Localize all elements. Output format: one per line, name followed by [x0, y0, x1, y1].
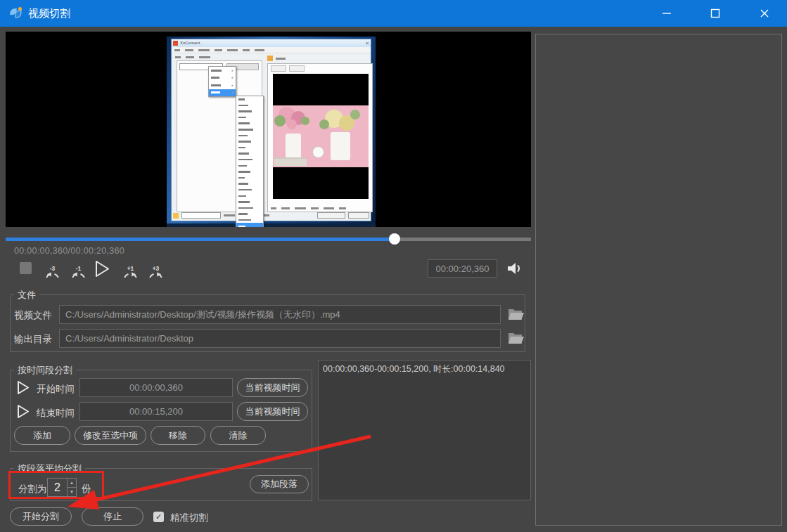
precise-cut-label: 精准切割 — [170, 512, 208, 524]
seek-start-icon[interactable] — [17, 380, 30, 398]
add-button[interactable]: 添加 — [14, 426, 70, 445]
maximize-button[interactable] — [699, 0, 731, 27]
vase — [286, 134, 301, 159]
start-current-time-label: 当前视频时间 — [245, 382, 300, 394]
flower-blob — [287, 119, 297, 129]
precise-checkbox[interactable] — [153, 512, 164, 522]
inner-menu-item — [236, 175, 263, 181]
inner-text-blob — [324, 207, 334, 209]
inner-menu-item — [236, 103, 263, 109]
inner-preview-toolbar — [271, 207, 351, 209]
inner-text-blob — [224, 214, 235, 216]
seek-back-1-button[interactable]: -1 — [69, 259, 88, 280]
end-time-label: 结束时间 — [37, 407, 75, 420]
inner-menu-item — [236, 193, 263, 200]
inner-menu-item: ▸ — [209, 82, 236, 89]
seek-forward-1-button[interactable]: +1 — [121, 259, 140, 280]
leaf-blob — [319, 119, 329, 129]
minimize-button[interactable] — [651, 0, 683, 27]
clear-button[interactable]: 清除 — [210, 426, 266, 445]
leaf-blob — [301, 117, 309, 125]
inner-menu-item — [236, 150, 263, 157]
inner-text-blob — [243, 49, 250, 51]
start-current-time-button[interactable]: 当前视频时间 — [237, 378, 308, 397]
seek-back-3-button[interactable]: -3 — [43, 259, 62, 280]
browse-video-folder-icon[interactable] — [507, 307, 525, 325]
inner-menu-item — [236, 133, 263, 139]
svg-text:-1: -1 — [76, 265, 82, 272]
inner-text-blob — [199, 56, 210, 58]
seek-forward-3-button[interactable]: +3 — [146, 259, 165, 280]
add-segment-button[interactable]: 添加段落 — [250, 475, 309, 493]
inner-menu-item — [236, 96, 263, 103]
inner-app-icon — [173, 41, 178, 46]
inner-text-blob — [339, 207, 346, 209]
time-split-group-title: 按时间段分割 — [14, 364, 76, 376]
inner-menu-item — [236, 211, 263, 217]
inner-text-blob — [311, 207, 319, 209]
seek-end-icon[interactable] — [17, 404, 30, 422]
clear-button-label: 清除 — [229, 429, 248, 442]
inner-menu-item — [236, 163, 263, 169]
flower-photo — [273, 105, 369, 167]
inner-menu-item — [236, 187, 263, 193]
video-preview-area[interactable]: XnConvert ✕ ▸ ▸ ▸ ▸ — [6, 32, 531, 227]
inner-app-window: XnConvert ✕ ▸ ▸ ▸ ▸ — [171, 39, 371, 221]
leaf-blob — [274, 115, 286, 126]
window-title: 视频切割 — [28, 0, 70, 27]
add-segment-label: 添加段落 — [261, 478, 297, 491]
close-button[interactable] — [748, 0, 781, 27]
end-current-time-label: 当前视频时间 — [245, 406, 300, 418]
inner-dropdown-menu: ▸ ▸ ▸ ▸ — [208, 66, 236, 97]
start-split-button[interactable]: 开始分割 — [10, 507, 72, 526]
end-time-input[interactable] — [79, 402, 233, 421]
inner-preview-tabs — [271, 65, 305, 72]
inner-menu-item — [236, 120, 263, 126]
inner-text-blob — [227, 49, 238, 51]
svg-text:+1: +1 — [127, 265, 134, 272]
inner-close-button — [348, 212, 369, 219]
play-button[interactable] — [94, 259, 111, 281]
browse-output-folder-icon[interactable] — [507, 331, 525, 349]
video-frame-content: XnConvert ✕ ▸ ▸ ▸ ▸ — [167, 37, 376, 227]
inner-menu-item — [236, 108, 263, 115]
inner-image-viewport — [273, 74, 369, 199]
inner-text-blob — [255, 49, 264, 51]
inner-menu-item — [236, 126, 263, 133]
output-dir-input[interactable] — [59, 329, 501, 348]
progress-slider[interactable] — [6, 234, 531, 244]
stop-split-button[interactable]: 停止 — [82, 507, 143, 526]
inner-text-blob — [186, 56, 194, 58]
slider-handle[interactable] — [389, 233, 400, 245]
segment-list[interactable]: 00:00:00,360-00:00:15,200, 时长:00:00:14,8… — [318, 360, 531, 500]
inner-folder-icon — [173, 213, 179, 219]
inner-menu-item: ▸ — [209, 67, 236, 74]
titlebar: 视频切割 — [0, 0, 787, 27]
current-time-field[interactable] — [428, 259, 497, 278]
inner-titlebar: XnConvert ✕ — [172, 39, 371, 47]
inner-menu-item — [236, 199, 263, 205]
inner-text-blob — [175, 56, 181, 58]
output-list-panel[interactable] — [535, 34, 782, 526]
inner-preview-label — [267, 56, 290, 61]
svg-text:+3: +3 — [153, 265, 160, 272]
add-button-label: 添加 — [33, 429, 51, 442]
stop-split-label: 停止 — [103, 510, 122, 523]
inner-menubar — [172, 47, 371, 53]
inner-text-blob — [281, 207, 290, 209]
video-file-label: 视频文件 — [14, 309, 52, 322]
start-time-input[interactable] — [79, 378, 233, 397]
output-dir-label: 输出目录 — [14, 333, 52, 346]
svg-text:-3: -3 — [50, 265, 56, 272]
segment-item[interactable]: 00:00:00,360-00:00:15,200, 时长:00:00:14,8… — [319, 361, 530, 378]
modify-selected-button[interactable]: 修改至选中项 — [75, 426, 146, 445]
inner-menu-item: ▸ — [209, 74, 236, 82]
modify-button-label: 修改至选中项 — [83, 429, 138, 442]
stop-button[interactable] — [20, 262, 32, 274]
volume-icon[interactable] — [506, 260, 524, 280]
clock — [312, 146, 324, 158]
inner-bottom-bar — [173, 212, 369, 219]
remove-button[interactable]: 移除 — [151, 426, 205, 445]
end-current-time-button[interactable]: 当前视频时间 — [237, 402, 308, 421]
video-file-input[interactable] — [59, 305, 501, 324]
